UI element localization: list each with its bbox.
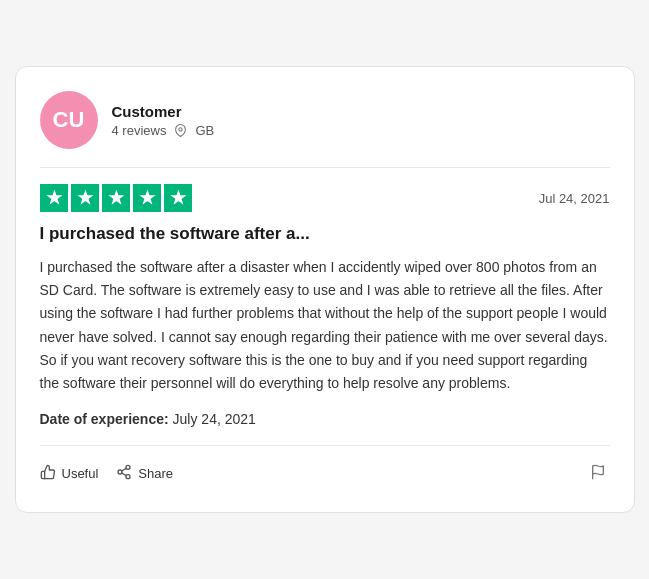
- star-5: ★: [164, 184, 192, 212]
- divider-bottom: [40, 445, 610, 446]
- star-2: ★: [71, 184, 99, 212]
- avatar: CU: [40, 91, 98, 149]
- actions-row: Useful Share: [40, 460, 610, 488]
- svg-line-5: [122, 469, 127, 472]
- date-of-experience-label: Date of experience:: [40, 411, 169, 427]
- thumbs-up-icon: [40, 464, 56, 483]
- share-button[interactable]: Share: [116, 460, 173, 487]
- reviews-count: 4 reviews: [112, 123, 167, 138]
- star-1: ★: [40, 184, 68, 212]
- review-date: Jul 24, 2021: [539, 191, 610, 206]
- svg-line-4: [122, 473, 127, 476]
- useful-button[interactable]: Useful: [40, 460, 99, 487]
- useful-label: Useful: [62, 466, 99, 481]
- star-3: ★: [102, 184, 130, 212]
- actions-left: Useful Share: [40, 460, 174, 487]
- date-of-experience-value-text: July 24, 2021: [173, 411, 256, 427]
- share-icon: [116, 464, 132, 483]
- reviewer-meta: 4 reviews GB: [112, 123, 215, 138]
- reviewer-location: GB: [195, 123, 214, 138]
- review-title: I purchased the software after a...: [40, 224, 610, 244]
- svg-point-0: [179, 128, 182, 131]
- flag-button[interactable]: [586, 460, 610, 488]
- date-of-experience: Date of experience: July 24, 2021: [40, 411, 610, 427]
- review-body: I purchased the software after a disaste…: [40, 256, 610, 395]
- star-rating: ★ ★ ★ ★ ★: [40, 184, 192, 212]
- share-label: Share: [138, 466, 173, 481]
- divider-top: [40, 167, 610, 168]
- reviewer-info: Customer 4 reviews GB: [112, 103, 215, 138]
- review-card: CU Customer 4 reviews GB ★ ★ ★ ★: [15, 66, 635, 513]
- flag-icon: [590, 466, 606, 483]
- reviewer-row: CU Customer 4 reviews GB: [40, 91, 610, 149]
- star-4: ★: [133, 184, 161, 212]
- location-icon: [174, 124, 187, 137]
- rating-row: ★ ★ ★ ★ ★ Jul 24, 2021: [40, 184, 610, 212]
- reviewer-name: Customer: [112, 103, 215, 120]
